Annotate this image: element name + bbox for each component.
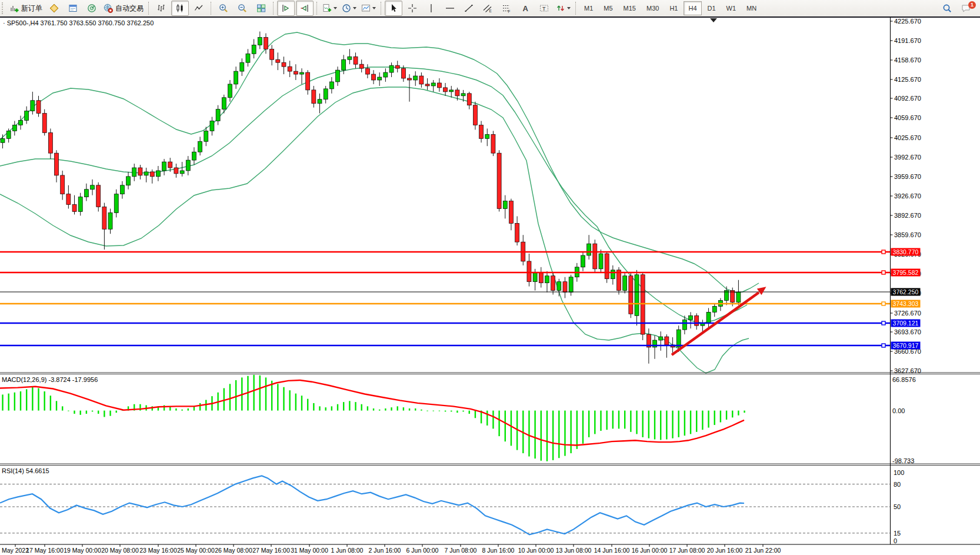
svg-text:3830.770: 3830.770 <box>893 248 919 255</box>
zoom-out-icon <box>238 4 247 13</box>
vertical-line-icon <box>426 4 436 13</box>
cursor-button[interactable] <box>385 1 402 16</box>
dropdown-caret-icon[interactable] <box>353 7 356 9</box>
svg-text:15: 15 <box>894 530 901 537</box>
new-order-button[interactable]: 新订单 <box>8 1 44 16</box>
crosshair-button[interactable] <box>404 1 421 16</box>
tf-m30[interactable]: M30 <box>642 1 664 15</box>
auto-scroll-button[interactable] <box>277 1 295 16</box>
text-a-icon: A <box>521 4 530 13</box>
tf-m1[interactable]: M1 <box>579 1 598 15</box>
tile-windows-button[interactable] <box>252 1 270 16</box>
tf-w1-label: W1 <box>726 5 736 12</box>
horizontal-line-button[interactable] <box>441 1 459 16</box>
chart-shift-icon <box>300 4 309 13</box>
rsi-panel: 1008050150 <box>0 469 904 544</box>
tf-m1-label: M1 <box>584 5 593 12</box>
trendline-button[interactable] <box>460 1 478 16</box>
search-button[interactable] <box>938 1 956 16</box>
trend-line-icon <box>464 4 474 13</box>
svg-text:27 May 16:00: 27 May 16:00 <box>252 547 290 554</box>
auto-scroll-icon <box>281 4 291 13</box>
svg-text:3892.670: 3892.670 <box>894 212 921 219</box>
fibonacci-button[interactable]: F <box>498 1 515 16</box>
autotrading-button[interactable]: 自动交易 <box>102 1 145 16</box>
svg-text:4225.670: 4225.670 <box>894 18 921 25</box>
indicators-button[interactable] <box>321 1 339 16</box>
svg-text:20 Jun 16:00: 20 Jun 16:00 <box>707 547 743 554</box>
toolbar-separator <box>575 2 576 15</box>
periods-clock-icon <box>342 4 351 13</box>
svg-text:3992.670: 3992.670 <box>894 154 921 161</box>
svg-text:7 Jun 08:00: 7 Jun 08:00 <box>445 547 477 554</box>
svg-text:6 Jun 00:00: 6 Jun 00:00 <box>406 547 439 554</box>
svg-text:3670.917: 3670.917 <box>893 342 919 349</box>
chart-area[interactable]: 4225.6704191.6704158.6704125.6704092.670… <box>0 0 980 555</box>
tf-m5[interactable]: M5 <box>599 1 617 15</box>
svg-text:66.8576: 66.8576 <box>892 376 916 383</box>
svg-text:-98.733: -98.733 <box>892 457 914 464</box>
dropdown-caret-icon[interactable] <box>372 7 376 9</box>
tf-w1[interactable]: W1 <box>722 1 741 15</box>
svg-text:3709.121: 3709.121 <box>893 320 919 327</box>
tf-h1[interactable]: H1 <box>665 1 682 15</box>
data-window-icon <box>68 4 78 13</box>
svg-text:3795.582: 3795.582 <box>893 269 919 276</box>
autotrade-globe-icon <box>104 4 113 13</box>
toolbar-right: 1 <box>938 1 975 16</box>
data-window-button[interactable] <box>64 1 82 16</box>
notifications-button[interactable]: 1 <box>957 1 975 16</box>
time-axis[interactable]: May 202217 May 16:0019 May 00:0020 May 0… <box>2 544 781 554</box>
svg-text:4158.670: 4158.670 <box>894 57 921 64</box>
svg-text:26 May 08:00: 26 May 08:00 <box>215 547 252 554</box>
template-chart-icon <box>361 4 371 13</box>
text-label-icon: T <box>539 4 549 13</box>
svg-text:1 Jun 08:00: 1 Jun 08:00 <box>331 547 364 554</box>
dropdown-caret-icon[interactable] <box>334 7 337 9</box>
toolbar-separator <box>211 2 212 15</box>
zoom-in-button[interactable] <box>215 1 232 16</box>
tile-windows-icon <box>256 4 266 13</box>
svg-text:E: E <box>489 9 492 13</box>
macd-indicator-label: MACD(12,26,9) -3.8724 -17.9956 <box>2 376 98 383</box>
periods-button[interactable] <box>340 1 358 16</box>
candlestick-button[interactable] <box>171 1 189 16</box>
symbol-ohlc-label: · SP500-,H4 3761.750 3763.550 3760.750 3… <box>3 19 154 26</box>
channel-button[interactable]: E <box>479 1 496 16</box>
line-chart-button[interactable] <box>190 1 208 16</box>
tf-m15[interactable]: M15 <box>619 1 641 15</box>
svg-text:80: 80 <box>894 481 901 488</box>
svg-text:A: A <box>523 4 529 13</box>
svg-text:8 Jun 16:00: 8 Jun 16:00 <box>482 547 515 554</box>
market-watch-button[interactable] <box>45 1 63 16</box>
svg-text:19 May 00:00: 19 May 00:00 <box>64 547 101 554</box>
tf-d1[interactable]: D1 <box>703 1 721 15</box>
svg-text:2 Jun 16:00: 2 Jun 16:00 <box>369 547 401 554</box>
svg-text:4092.670: 4092.670 <box>894 95 921 102</box>
horizontal-line-icon <box>445 4 455 13</box>
navigator-button[interactable] <box>83 1 101 16</box>
bar-chart-button[interactable] <box>152 1 170 16</box>
svg-text:17 May 16:00: 17 May 16:00 <box>26 547 64 554</box>
arrows-button[interactable] <box>554 1 572 16</box>
tf-mn[interactable]: MN <box>742 1 761 15</box>
chart-shift-marker[interactable] <box>710 18 717 22</box>
svg-text:May 2022: May 2022 <box>2 547 29 554</box>
tf-m15-label: M15 <box>624 5 636 12</box>
chart-shift-button[interactable] <box>296 1 314 16</box>
tf-h4[interactable]: H4 <box>684 1 701 15</box>
tf-mn-label: MN <box>746 5 756 12</box>
toolbar-separator <box>148 2 149 15</box>
svg-text:10 Jun 00:00: 10 Jun 00:00 <box>518 547 554 554</box>
tf-m30-label: M30 <box>646 5 659 12</box>
dropdown-caret-icon[interactable] <box>567 7 571 9</box>
zoom-out-button[interactable] <box>234 1 251 16</box>
svg-text:100: 100 <box>894 469 904 476</box>
svg-text:0: 0 <box>894 537 897 544</box>
text-button[interactable]: A <box>516 1 534 16</box>
tf-h4-label: H4 <box>688 5 696 12</box>
text-label-button[interactable]: T <box>535 1 553 16</box>
templates-button[interactable] <box>359 1 378 16</box>
vertical-line-button[interactable] <box>422 1 440 16</box>
svg-text:50: 50 <box>894 503 901 510</box>
